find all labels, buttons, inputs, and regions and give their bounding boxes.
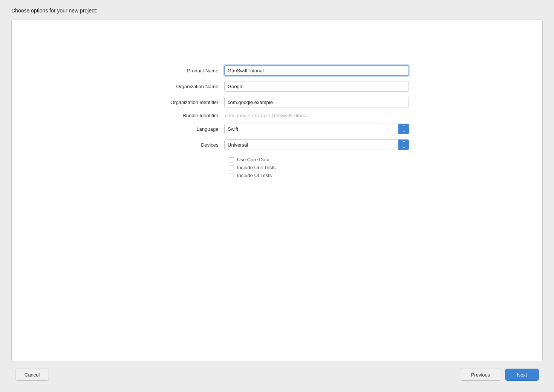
checkboxes-area: Use Core Data Include Unit Tests Include… xyxy=(145,157,409,178)
devices-select[interactable]: Universal iPhone iPad xyxy=(224,139,409,150)
org-id-input[interactable] xyxy=(224,97,409,107)
main-panel: Product Name: Organization Name: Organiz… xyxy=(11,20,543,361)
include-unit-tests-checkbox[interactable] xyxy=(229,165,234,170)
org-name-input[interactable] xyxy=(224,81,409,92)
bundle-id-row: Bundle Identifier: com.google.example.Gt… xyxy=(145,113,409,118)
org-name-row: Organization Name: xyxy=(145,81,409,92)
include-ui-tests-checkbox-item[interactable]: Include UI Tests xyxy=(229,173,409,178)
language-select[interactable]: Swift Objective-C xyxy=(224,124,409,134)
bundle-id-value: com.google.example.GtmSwiftTutorial xyxy=(224,113,409,118)
right-buttons: Previous Next xyxy=(460,369,539,381)
org-name-label: Organization Name: xyxy=(145,84,224,89)
use-core-data-checkbox[interactable] xyxy=(229,157,234,162)
product-name-row: Product Name: xyxy=(145,65,409,76)
use-core-data-checkbox-item[interactable]: Use Core Data xyxy=(229,157,409,162)
include-ui-tests-label: Include UI Tests xyxy=(237,173,272,178)
devices-row: Devices: Universal iPhone iPad ⌃⌄ xyxy=(145,139,409,150)
include-unit-tests-label: Include Unit Tests xyxy=(237,165,275,170)
language-select-wrapper: Swift Objective-C ⌃⌄ xyxy=(224,124,409,134)
bundle-id-label: Bundle Identifier: xyxy=(145,113,224,118)
language-row: Language: Swift Objective-C ⌃⌄ xyxy=(145,124,409,134)
product-name-input[interactable] xyxy=(224,65,409,76)
org-id-label: Organization Identifier: xyxy=(145,100,224,105)
devices-label: Devices: xyxy=(145,142,224,148)
product-name-label: Product Name: xyxy=(145,68,224,74)
include-ui-tests-checkbox[interactable] xyxy=(229,173,234,178)
use-core-data-label: Use Core Data xyxy=(237,157,269,162)
previous-button[interactable]: Previous xyxy=(460,369,501,381)
cancel-button[interactable]: Cancel xyxy=(15,369,49,381)
form-area: Product Name: Organization Name: Organiz… xyxy=(27,65,527,178)
bottom-bar: Cancel Previous Next xyxy=(11,369,543,381)
org-id-row: Organization Identifier: xyxy=(145,97,409,107)
language-label: Language: xyxy=(145,126,224,132)
next-button[interactable]: Next xyxy=(505,369,539,381)
devices-select-wrapper: Universal iPhone iPad ⌃⌄ xyxy=(224,139,409,150)
page-title: Choose options for your new project: xyxy=(11,8,543,14)
include-unit-tests-checkbox-item[interactable]: Include Unit Tests xyxy=(229,165,409,170)
